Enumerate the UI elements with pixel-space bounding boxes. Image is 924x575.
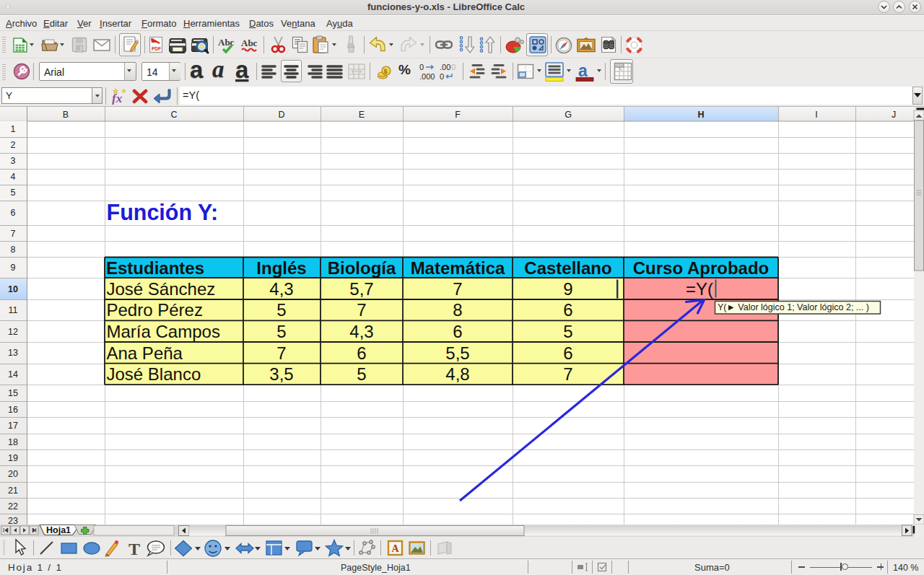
svg-text:8: 8 [453, 300, 462, 320]
svg-text:5,7: 5,7 [349, 279, 373, 299]
svg-text:T: T [128, 540, 140, 558]
svg-text:PDF: PDF [152, 46, 161, 51]
svg-text:6: 6 [563, 300, 572, 320]
svg-text:7: 7 [276, 343, 286, 363]
svg-text:12: 12 [8, 327, 18, 337]
svg-text:4,3: 4,3 [349, 322, 373, 341]
svg-text:María Campos: María Campos [107, 322, 220, 341]
svg-text:2: 2 [11, 140, 16, 150]
svg-text:Pedro Pérez: Pedro Pérez [107, 300, 203, 320]
svg-text:.00: .00 [440, 63, 450, 71]
svg-text:G: G [565, 110, 572, 120]
svg-text:Y(► Valor lógico 1; Valor lógi: Y(► Valor lógico 1; Valor lógico 2; ... … [718, 302, 869, 312]
svg-text:D: D [278, 110, 284, 120]
svg-text:=Y(: =Y( [686, 279, 713, 299]
svg-text:C: C [170, 110, 177, 120]
svg-text:22: 22 [8, 501, 18, 512]
svg-text:7: 7 [357, 300, 366, 320]
svg-text:7: 7 [453, 279, 462, 299]
svg-text:10: 10 [8, 284, 18, 294]
svg-text:6: 6 [357, 343, 366, 363]
svg-text:9: 9 [11, 263, 16, 273]
svg-text:I: I [815, 110, 817, 120]
svg-text:Biología: Biología [328, 258, 396, 278]
svg-text:José Blanco: José Blanco [107, 364, 201, 384]
svg-text:.000: .000 [419, 72, 435, 81]
svg-text:11: 11 [9, 305, 18, 315]
svg-text:Castellano: Castellano [524, 258, 611, 278]
svg-text:5: 5 [11, 188, 16, 198]
svg-text:0: 0 [419, 63, 424, 71]
svg-text:0: 0 [451, 63, 456, 71]
svg-text:José Sánchez: José Sánchez [107, 279, 216, 299]
svg-text:Curso Aprobado: Curso Aprobado [633, 258, 769, 278]
svg-text:4,8: 4,8 [445, 364, 469, 384]
svg-text:Función Y:: Función Y: [107, 200, 219, 224]
svg-text:J: J [892, 110, 896, 120]
svg-text:9: 9 [563, 279, 572, 299]
svg-text:6: 6 [11, 208, 16, 218]
svg-text:7: 7 [11, 229, 16, 239]
svg-text:4,3: 4,3 [269, 279, 293, 299]
svg-text:H: H [697, 110, 704, 120]
svg-text:5: 5 [276, 300, 286, 320]
svg-text:6: 6 [453, 322, 462, 341]
svg-text:0: 0 [440, 72, 444, 81]
svg-text:1: 1 [11, 124, 16, 134]
svg-text:B: B [63, 110, 69, 120]
svg-text:Hoja1: Hoja1 [46, 525, 71, 535]
svg-text:E: E [359, 110, 365, 120]
svg-text:Estudiantes: Estudiantes [106, 258, 204, 278]
svg-text:16: 16 [8, 405, 18, 415]
svg-text:3,5: 3,5 [269, 364, 293, 384]
svg-text:15: 15 [8, 388, 18, 398]
svg-text:Matemática: Matemática [411, 258, 505, 278]
svg-text:6: 6 [563, 343, 572, 363]
svg-text:17: 17 [8, 421, 18, 431]
svg-text:13: 13 [8, 348, 18, 358]
svg-text:$: $ [384, 68, 388, 75]
svg-text:Ana Peña: Ana Peña [107, 343, 183, 363]
svg-text:18: 18 [8, 437, 18, 447]
svg-text:21: 21 [8, 486, 18, 496]
svg-text:20: 20 [8, 469, 18, 479]
svg-text:5: 5 [276, 322, 286, 341]
svg-text:F: F [455, 110, 461, 120]
svg-text:Abc: Abc [241, 38, 258, 48]
svg-text:8: 8 [11, 245, 16, 255]
svg-text:14: 14 [8, 369, 18, 379]
svg-text:Inglés: Inglés [256, 258, 306, 278]
svg-text:7: 7 [563, 364, 572, 384]
svg-text:23: 23 [8, 516, 18, 524]
svg-text:3: 3 [11, 156, 16, 166]
svg-text:5: 5 [357, 364, 366, 384]
svg-text:5,5: 5,5 [445, 343, 469, 363]
svg-text:19: 19 [8, 453, 18, 463]
svg-text:A: A [392, 543, 400, 554]
svg-text:4: 4 [11, 172, 16, 182]
svg-text:5: 5 [563, 322, 572, 341]
